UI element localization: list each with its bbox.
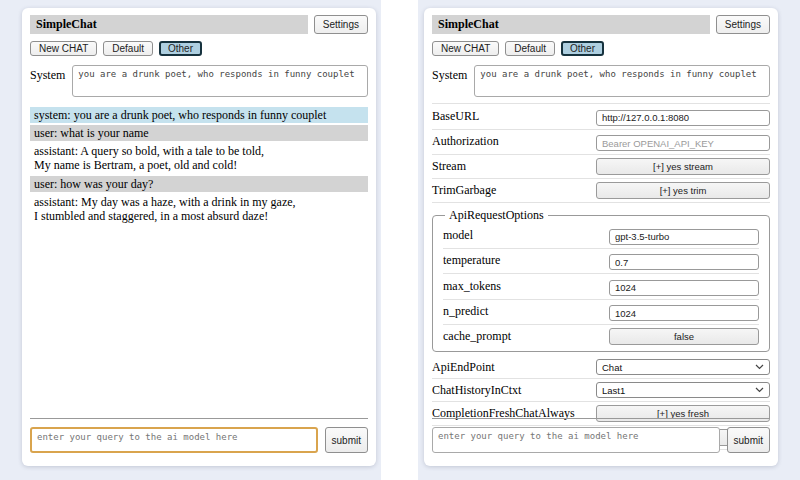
stream-toggle-button[interactable]: [+] yes stream	[596, 158, 770, 175]
session-tab-default[interactable]: Default	[505, 41, 555, 56]
setting-row-cache-prompt: cache_prompt false	[443, 325, 759, 348]
app-title: SimpleChat	[30, 15, 308, 34]
chathistoryinctxt-selected-value: Last1	[602, 385, 625, 396]
settings-button[interactable]: Settings	[716, 15, 770, 34]
chat-view-background: SimpleChat Settings New CHAT Default Oth…	[0, 0, 381, 480]
baseurl-input[interactable]	[596, 110, 770, 126]
system-prompt-row: System you are a drunk poet, who respond…	[30, 65, 368, 97]
system-prompt-row: System you are a drunk poet, who respond…	[432, 65, 770, 97]
system-prompt-input[interactable]: you are a drunk poet, who responds in fu…	[72, 65, 368, 97]
authorization-label: Authorization	[432, 134, 499, 149]
query-bar: submit	[432, 427, 770, 453]
setting-row-apiendpoint: ApiEndPoint Chat	[432, 356, 770, 379]
chat-message-system: system: you are a drunk poet, who respon…	[30, 107, 368, 123]
chat-message-user: user: how was your day?	[30, 176, 368, 192]
chat-log: system: you are a drunk poet, who respon…	[30, 107, 368, 224]
submit-button[interactable]: submit	[727, 427, 770, 453]
setting-row-max-tokens: max_tokens	[443, 274, 759, 300]
authorization-input[interactable]	[596, 135, 770, 151]
stream-label: Stream	[432, 159, 466, 174]
system-prompt-input[interactable]: you are a drunk poet, who responds in fu…	[474, 65, 770, 97]
api-request-options-legend: ApiRequestOptions	[445, 208, 548, 223]
setting-row-authorization: Authorization	[432, 130, 770, 156]
setting-row-completionfreshchatalways: CompletionFreshChatAlways [+] yes fresh	[432, 402, 770, 426]
max-tokens-label: max_tokens	[443, 279, 501, 294]
session-buttons: New CHAT Default Other	[432, 41, 770, 56]
setting-row-model: model	[443, 223, 759, 249]
model-label: model	[443, 228, 473, 243]
settings-list: BaseURL Authorization Stream [+] yes str…	[432, 103, 770, 450]
apiendpoint-select[interactable]: Chat	[596, 359, 770, 375]
new-chat-button[interactable]: New CHAT	[432, 41, 499, 56]
chevron-down-icon	[755, 364, 764, 370]
new-chat-button[interactable]: New CHAT	[30, 41, 97, 56]
baseurl-label: BaseURL	[432, 109, 479, 124]
apiendpoint-selected-value: Chat	[602, 362, 622, 373]
session-tab-default[interactable]: Default	[103, 41, 153, 56]
chathistoryinctxt-select[interactable]: Last1	[596, 382, 770, 398]
session-tab-other[interactable]: Other	[561, 41, 604, 56]
setting-row-trimgarbage: TrimGarbage [+] yes trim	[432, 179, 770, 203]
query-input[interactable]	[30, 427, 318, 453]
model-input[interactable]	[609, 229, 759, 245]
title-row: SimpleChat Settings	[30, 15, 368, 34]
setting-row-stream: Stream [+] yes stream	[432, 155, 770, 179]
query-bar: submit	[30, 427, 368, 453]
chathistoryinctxt-label: ChatHistoryInCtxt	[432, 383, 521, 398]
api-request-options-fieldset: ApiRequestOptions model temperature max_…	[432, 208, 770, 352]
trimgarbage-label: TrimGarbage	[432, 183, 496, 198]
chat-message-assistant: assistant: A query so bold, with a tale …	[30, 143, 368, 173]
submit-button[interactable]: submit	[325, 427, 368, 453]
max-tokens-input[interactable]	[609, 280, 759, 296]
system-label: System	[30, 65, 65, 83]
cache-prompt-toggle-button[interactable]: false	[609, 328, 759, 345]
divider	[30, 418, 368, 419]
setting-row-temperature: temperature	[443, 249, 759, 275]
session-tab-other[interactable]: Other	[159, 41, 202, 56]
temperature-input[interactable]	[609, 254, 759, 270]
session-buttons: New CHAT Default Other	[30, 41, 368, 56]
setting-row-baseurl: BaseURL	[432, 103, 770, 130]
n-predict-input[interactable]	[609, 305, 759, 321]
chat-message-user: user: what is your name	[30, 125, 368, 141]
setting-row-chathistoryinctxt: ChatHistoryInCtxt Last1	[432, 379, 770, 402]
system-label: System	[432, 65, 467, 83]
settings-panel: SimpleChat Settings New CHAT Default Oth…	[424, 8, 778, 466]
settings-view-background: SimpleChat Settings New CHAT Default Oth…	[418, 0, 800, 480]
title-row: SimpleChat Settings	[432, 15, 770, 34]
trimgarbage-toggle-button[interactable]: [+] yes trim	[596, 182, 770, 199]
chat-panel: SimpleChat Settings New CHAT Default Oth…	[22, 8, 376, 466]
temperature-label: temperature	[443, 253, 500, 268]
settings-button[interactable]: Settings	[314, 15, 368, 34]
app-title: SimpleChat	[432, 15, 710, 34]
n-predict-label: n_predict	[443, 304, 488, 319]
chat-message-assistant: assistant: My day was a haze, with a dri…	[30, 194, 368, 224]
divider	[432, 418, 770, 419]
chevron-down-icon	[755, 387, 764, 393]
completionfreshchatalways-toggle-button[interactable]: [+] yes fresh	[596, 405, 770, 422]
setting-row-n-predict: n_predict	[443, 300, 759, 326]
cache-prompt-label: cache_prompt	[443, 329, 511, 344]
apiendpoint-label: ApiEndPoint	[432, 360, 495, 375]
query-input[interactable]	[432, 427, 720, 453]
